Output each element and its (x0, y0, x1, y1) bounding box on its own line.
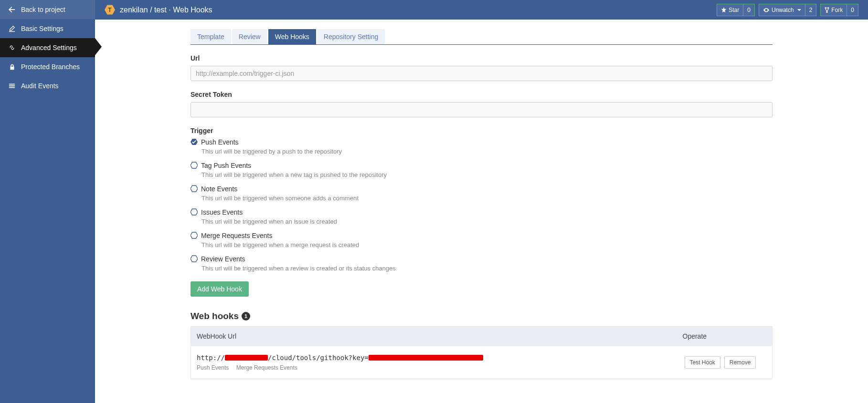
tab-repository-setting[interactable]: Repository Setting (317, 29, 385, 44)
sidebar-item-advanced-settings[interactable]: Advanced Settings (0, 38, 95, 57)
project-badge: T (105, 5, 115, 15)
webhook-url: http:///cloud/tools/githook?key= (197, 354, 671, 362)
star-button[interactable]: Star 0 (717, 4, 755, 16)
sidebar-item-label: Basic Settings (21, 25, 64, 32)
sidebar-item-basic-settings[interactable]: Basic Settings (0, 19, 95, 38)
svg-point-5 (826, 11, 828, 13)
secret-token-input[interactable] (191, 102, 773, 117)
secret-token-label: Secret Token (191, 91, 773, 98)
sidebar-item-audit-events[interactable]: Audit Events (0, 76, 95, 95)
checkbox-review-events[interactable] (191, 255, 197, 262)
unwatch-count: 2 (805, 4, 816, 16)
url-input[interactable] (191, 66, 773, 81)
add-web-hook-button[interactable]: Add Web Hook (191, 281, 249, 297)
checkbox-issues-events[interactable] (191, 208, 197, 215)
link-icon (8, 44, 16, 51)
web-hooks-table: WebHook Url Operate http:///cloud/tools/… (191, 326, 773, 379)
trigger-note-label: Note Events (201, 185, 237, 193)
web-hooks-count-badge: 1 (242, 312, 250, 320)
svg-point-3 (825, 7, 826, 9)
chevron-down-icon (797, 9, 801, 11)
svg-marker-10 (191, 232, 198, 238)
sidebar-item-protected-branches[interactable]: Protected Branches (0, 57, 95, 76)
tab-template[interactable]: Template (191, 29, 231, 44)
svg-rect-0 (9, 84, 15, 85)
fork-button[interactable]: Fork 0 (820, 4, 858, 16)
test-hook-button[interactable]: Test Hook (685, 356, 720, 369)
url-label: Url (191, 54, 773, 62)
sidebar-item-label: Advanced Settings (21, 44, 77, 52)
svg-marker-11 (191, 256, 198, 262)
trigger-push-events-desc: This url will be triggered by a push to … (201, 148, 773, 155)
svg-marker-9 (191, 209, 198, 215)
settings-tabs: Template Review Web Hooks Repository Set… (191, 29, 773, 45)
webhook-tags: Push Events Merge Requests Events (197, 364, 671, 371)
star-count: 0 (743, 4, 754, 16)
topbar: T zenkilan / test · Web Hooks Star 0 Unw… (95, 0, 868, 20)
tab-review[interactable]: Review (232, 29, 267, 44)
svg-rect-1 (9, 85, 15, 86)
trigger-issues-desc: This url will be triggered when an issue… (201, 218, 773, 225)
table-row: http:///cloud/tools/githook?key= Push Ev… (191, 346, 773, 379)
svg-point-4 (828, 7, 829, 9)
trigger-label: Trigger (191, 127, 773, 134)
trigger-mr-label: Merge Requests Events (201, 232, 272, 239)
sidebar: Back to project Basic Settings Advanced … (0, 0, 95, 403)
fork-count: 0 (847, 4, 858, 16)
redacted-segment (369, 355, 483, 361)
list-icon (8, 83, 16, 89)
col-operate: Operate (677, 327, 773, 346)
svg-marker-7 (191, 162, 198, 168)
trigger-note-desc: This url will be triggered when someone … (201, 195, 773, 202)
remove-hook-button[interactable]: Remove (724, 356, 756, 369)
edit-icon (8, 25, 16, 32)
breadcrumb: zenkilan / test · Web Hooks (120, 6, 212, 14)
trigger-tag-push-label: Tag Push Events (201, 162, 251, 169)
arrow-left-icon (8, 6, 16, 13)
sidebar-item-label: Protected Branches (21, 63, 80, 71)
trigger-tag-push-desc: This url will be triggered when a new ta… (201, 171, 773, 178)
web-hooks-section-title: Web hooks 1 (191, 311, 773, 321)
trigger-push-events-label: Push Events (201, 138, 239, 146)
col-webhook-url: WebHook Url (191, 327, 677, 346)
back-label: Back to project (21, 6, 65, 13)
svg-marker-8 (191, 186, 198, 192)
checkbox-merge-requests-events[interactable] (191, 232, 197, 238)
unwatch-button[interactable]: Unwatch 2 (759, 4, 816, 16)
sidebar-item-label: Audit Events (21, 82, 59, 90)
back-to-project[interactable]: Back to project (0, 0, 95, 19)
svg-rect-2 (9, 87, 15, 88)
trigger-mr-desc: This url will be triggered when a merge … (201, 241, 773, 248)
tab-web-hooks[interactable]: Web Hooks (268, 29, 316, 44)
trigger-issues-label: Issues Events (201, 208, 243, 216)
checkbox-push-events[interactable] (191, 138, 197, 145)
checkbox-note-events[interactable] (191, 185, 197, 192)
redacted-segment (225, 355, 268, 361)
lock-icon (8, 64, 16, 70)
checkbox-tag-push-events[interactable] (191, 162, 197, 168)
trigger-review-label: Review Events (201, 255, 245, 263)
trigger-review-desc: This url will be triggered when a review… (201, 265, 773, 272)
